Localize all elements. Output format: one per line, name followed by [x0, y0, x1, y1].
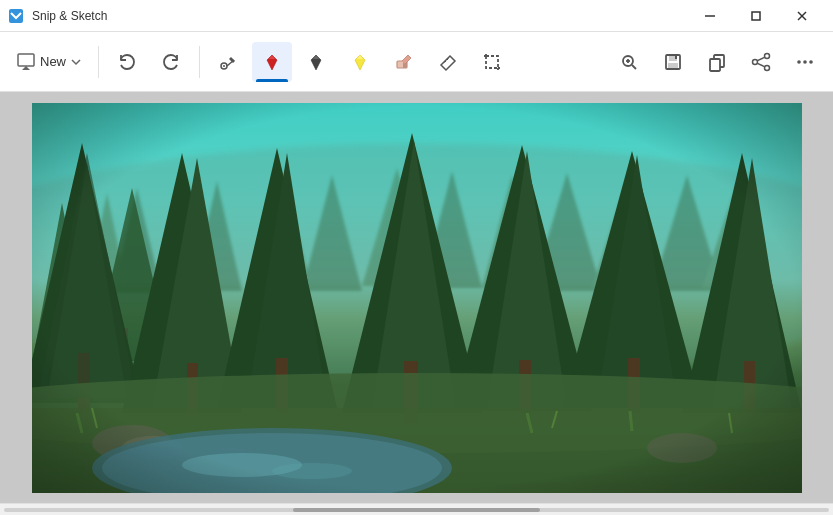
share-button[interactable]	[741, 42, 781, 82]
chevron-down-icon	[70, 56, 82, 68]
maximize-button[interactable]	[733, 0, 779, 32]
save-icon	[663, 52, 683, 72]
image-container[interactable]	[32, 103, 802, 493]
minimize-icon	[705, 11, 715, 21]
app-icon	[8, 8, 24, 24]
title-bar-controls	[687, 0, 825, 32]
yellow-highlighter-icon	[350, 52, 370, 72]
maximize-icon	[751, 11, 761, 21]
svg-point-39	[803, 60, 807, 64]
more-icon	[795, 52, 815, 72]
app-title: Snip & Sketch	[32, 9, 107, 23]
touch-writing-button[interactable]	[208, 42, 248, 82]
new-snip-icon	[16, 52, 36, 72]
svg-rect-18	[486, 56, 498, 68]
ruler-icon	[438, 52, 458, 72]
scrollbar-container	[0, 503, 833, 515]
copy-button[interactable]	[697, 42, 737, 82]
new-button[interactable]: New	[8, 42, 90, 82]
svg-point-7	[223, 65, 225, 67]
undo-button[interactable]	[107, 42, 147, 82]
divider-1	[98, 46, 99, 78]
scrollbar-thumb[interactable]	[293, 508, 541, 512]
redo-button[interactable]	[151, 42, 191, 82]
copy-icon	[707, 52, 727, 72]
toolbar: New	[0, 32, 833, 92]
save-button[interactable]	[653, 42, 693, 82]
yellow-highlighter-button[interactable]	[340, 42, 380, 82]
svg-rect-29	[668, 63, 678, 68]
svg-point-35	[765, 65, 770, 70]
svg-point-34	[753, 59, 758, 64]
eraser-button[interactable]	[384, 42, 424, 82]
divider-2	[199, 46, 200, 78]
red-pen-icon	[262, 52, 282, 72]
minimize-button[interactable]	[687, 0, 733, 32]
dark-pen-button[interactable]	[296, 42, 336, 82]
close-button[interactable]	[779, 0, 825, 32]
eraser-icon	[394, 52, 414, 72]
svg-rect-101	[32, 103, 802, 493]
svg-point-33	[765, 53, 770, 58]
redo-icon	[161, 52, 181, 72]
ruler-button[interactable]	[428, 42, 468, 82]
zoom-in-icon	[619, 52, 639, 72]
svg-point-38	[797, 60, 801, 64]
svg-line-26	[632, 65, 636, 69]
touch-writing-icon	[218, 52, 238, 72]
share-icon	[751, 52, 771, 72]
svg-rect-30	[675, 56, 677, 59]
svg-line-37	[758, 63, 765, 66]
red-pen-button[interactable]	[252, 42, 292, 82]
close-icon	[797, 11, 807, 21]
zoom-in-button[interactable]	[609, 42, 649, 82]
svg-line-36	[758, 57, 765, 60]
title-bar-left: Snip & Sketch	[8, 8, 107, 24]
forest-image	[32, 103, 802, 493]
new-label: New	[40, 54, 66, 69]
undo-icon	[117, 52, 137, 72]
scrollbar-track[interactable]	[4, 508, 829, 512]
crop-button[interactable]	[472, 42, 512, 82]
svg-rect-0	[9, 9, 23, 23]
svg-rect-2	[752, 12, 760, 20]
svg-rect-32	[710, 59, 720, 71]
dark-pen-icon	[306, 52, 326, 72]
svg-point-40	[809, 60, 813, 64]
crop-icon	[482, 52, 502, 72]
more-options-button[interactable]	[785, 42, 825, 82]
title-bar: Snip & Sketch	[0, 0, 833, 32]
canvas-area	[0, 92, 833, 503]
svg-rect-5	[18, 54, 34, 66]
